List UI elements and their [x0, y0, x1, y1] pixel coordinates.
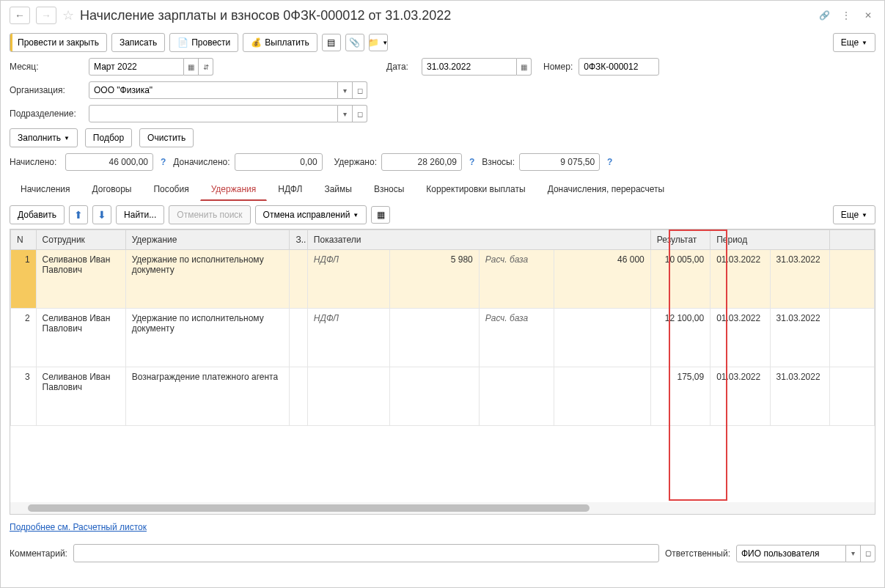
responsible-dropdown-button[interactable]: ▾: [846, 545, 861, 562]
month-spinner-button[interactable]: ⇵: [199, 58, 213, 76]
tab-contracts[interactable]: Договоры: [81, 178, 143, 201]
accrued-label: Начислено:: [10, 157, 61, 167]
dept-dropdown-button[interactable]: ▾: [338, 105, 353, 122]
tab-ndfl[interactable]: НДФЛ: [267, 178, 313, 201]
more-button[interactable]: Еще ▼: [833, 33, 875, 52]
favorite-icon[interactable]: ☆: [62, 7, 74, 23]
cell-ind2v: [554, 309, 650, 367]
nav-back-button[interactable]: ←: [10, 7, 30, 24]
cell-extra: [829, 250, 874, 309]
dept-input[interactable]: [89, 105, 338, 122]
org-open-button[interactable]: ◻: [353, 81, 367, 99]
cancel-fixes-button[interactable]: Отмена исправлений ▼: [255, 205, 367, 224]
cell-ind2v: [554, 367, 650, 426]
cell-result: 12 100,00: [650, 309, 710, 367]
col-result[interactable]: Результат: [650, 230, 710, 250]
table-row[interactable]: 2Селиванов Иван ПавловичУдержание по исп…: [11, 309, 875, 367]
nav-forward-button[interactable]: →: [36, 7, 56, 24]
withheld-label: Удержано:: [334, 157, 377, 167]
pay-icon: 💰: [251, 37, 262, 48]
close-icon[interactable]: ✕: [861, 8, 875, 23]
tab-recalc[interactable]: Доначисления, перерасчеты: [537, 178, 675, 201]
folder-button[interactable]: 📁▼: [369, 34, 388, 51]
dept-open-button[interactable]: ◻: [353, 105, 367, 122]
clear-button[interactable]: Очистить: [139, 128, 194, 147]
chevron-down-icon: ▼: [862, 40, 867, 46]
link-icon[interactable]: 🔗: [817, 8, 831, 23]
find-button[interactable]: Найти...: [116, 205, 164, 224]
number-input[interactable]: [579, 58, 659, 76]
horizontal-scrollbar[interactable]: [10, 502, 875, 514]
move-down-button[interactable]: ⬇: [92, 205, 111, 224]
tab-corrections[interactable]: Корректировки выплаты: [415, 178, 536, 201]
cell-ind1: [307, 367, 389, 426]
scrollbar-thumb[interactable]: [28, 504, 590, 512]
cell-employee: Селиванов Иван Павлович: [36, 367, 125, 426]
spinner-icon: ⇵: [203, 63, 209, 71]
clip-icon: 📎: [349, 37, 360, 48]
report-icon: ▤: [327, 37, 335, 48]
cell-c3: [290, 309, 307, 367]
add-button[interactable]: Добавить: [10, 205, 65, 224]
tab-deductions[interactable]: Удержания: [200, 178, 268, 201]
help-icon[interactable]: ?: [161, 157, 166, 167]
deductions-table[interactable]: N Сотрудник Удержание З.. Показатели Рез…: [10, 229, 875, 515]
cell-deduction: Удержание по исполнительному документу: [125, 309, 290, 367]
comment-input[interactable]: [73, 544, 659, 562]
contrib-label: Взносы:: [482, 157, 515, 167]
cell-ind1v: [389, 367, 479, 426]
col-3[interactable]: З..: [290, 230, 307, 250]
col-n[interactable]: N: [11, 230, 37, 250]
folder-icon: 📁: [368, 37, 379, 48]
post-and-close-button[interactable]: Провести и закрыть: [10, 33, 107, 52]
chevron-down-icon: ▼: [862, 212, 867, 218]
number-label: Номер:: [543, 62, 573, 72]
addaccrued-value: 0,00: [235, 153, 323, 171]
col-extra[interactable]: [829, 230, 874, 250]
attach-button[interactable]: 📎: [345, 34, 364, 51]
open-icon: ◻: [865, 549, 871, 557]
cell-result: 10 005,00: [650, 250, 710, 309]
cell-period2: 31.03.2022: [770, 367, 829, 426]
tab-benefits[interactable]: Пособия: [142, 178, 199, 201]
save-button[interactable]: Записать: [111, 33, 165, 52]
month-calendar-button[interactable]: ▦: [184, 58, 199, 76]
org-dropdown-button[interactable]: ▾: [338, 81, 353, 99]
table-row[interactable]: 1Селиванов Иван ПавловичУдержание по исп…: [11, 250, 875, 309]
withheld-value: 28 260,09: [381, 153, 462, 171]
table-settings-button[interactable]: ▦: [371, 206, 390, 224]
col-period[interactable]: Период: [710, 230, 830, 250]
responsible-input[interactable]: [736, 545, 846, 562]
month-input[interactable]: [89, 58, 184, 76]
help-icon[interactable]: ?: [469, 157, 474, 167]
cancel-search-button: Отменить поиск: [169, 205, 250, 224]
post-button[interactable]: 📄Провести: [169, 33, 238, 52]
contrib-value: 9 075,50: [519, 153, 600, 171]
col-employee[interactable]: Сотрудник: [36, 230, 125, 250]
table-icon: ▦: [377, 210, 385, 220]
responsible-open-button[interactable]: ◻: [861, 545, 875, 562]
help-icon[interactable]: ?: [607, 157, 612, 167]
cell-deduction: Удержание по исполнительному документу: [125, 250, 290, 309]
date-calendar-button[interactable]: ▦: [517, 58, 532, 76]
col-deduction[interactable]: Удержание: [125, 230, 290, 250]
tab-loans[interactable]: Займы: [313, 178, 363, 201]
pay-button[interactable]: 💰Выплатить: [243, 33, 317, 52]
tab-accruals[interactable]: Начисления: [10, 178, 81, 201]
date-input[interactable]: [422, 58, 517, 76]
payslip-link[interactable]: Подробнее см. Расчетный листок: [1, 515, 155, 540]
report-button[interactable]: ▤: [322, 34, 341, 51]
col-indicators[interactable]: Показатели: [307, 230, 650, 250]
chevron-down-icon: ▾: [851, 549, 855, 557]
table-row[interactable]: 3Селиванов Иван ПавловичВознаграждение п…: [11, 367, 875, 426]
kebab-icon[interactable]: ⋮: [839, 8, 853, 23]
org-input[interactable]: [89, 81, 338, 99]
tab-more-button[interactable]: Еще ▼: [833, 205, 875, 224]
select-button[interactable]: Подбор: [85, 128, 132, 147]
fill-button[interactable]: Заполнить ▼: [10, 128, 78, 147]
cell-period1: 01.03.2022: [710, 367, 770, 426]
cell-ind1: НДФЛ: [307, 309, 389, 367]
move-up-button[interactable]: ⬆: [69, 205, 88, 224]
cell-period2: 31.03.2022: [770, 250, 829, 309]
tab-contributions[interactable]: Взносы: [363, 178, 415, 201]
